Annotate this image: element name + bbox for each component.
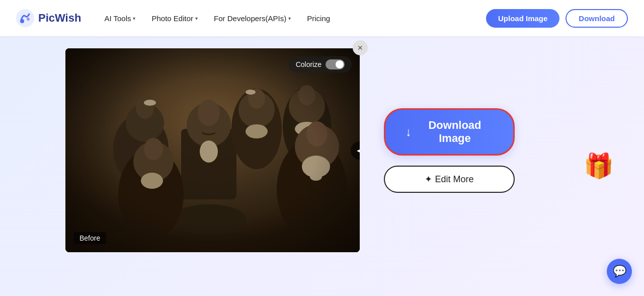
close-icon: ✕ — [357, 44, 363, 52]
nav-developers[interactable]: For Developers(APIs) ▾ — [207, 10, 298, 27]
gift-icon-area[interactable]: 🎁 — [584, 152, 614, 180]
svg-point-2 — [27, 18, 30, 21]
download-image-label: Download Image — [417, 119, 493, 145]
svg-point-1 — [20, 19, 24, 23]
logo[interactable]: PicWish — [16, 9, 81, 27]
chat-icon: 💬 — [613, 265, 626, 278]
download-image-icon: ↓ — [406, 125, 412, 139]
before-label: Before — [73, 232, 106, 244]
image-panel: ✕ — [65, 48, 360, 252]
nav-photo-editor-label: Photo Editor — [151, 14, 193, 23]
nav-developers-chevron: ▾ — [288, 16, 291, 21]
download-image-button[interactable]: ↓ Download Image — [384, 108, 515, 156]
nav-pricing-label: Pricing — [307, 14, 330, 23]
nav: AI Tools ▾ Photo Editor ▾ For Developers… — [97, 10, 486, 27]
close-button[interactable]: ✕ — [353, 40, 368, 55]
upload-image-button[interactable]: Upload Image — [486, 9, 559, 28]
header: PicWish AI Tools ▾ Photo Editor ▾ For De… — [0, 0, 644, 36]
nav-photo-editor[interactable]: Photo Editor ▾ — [144, 10, 205, 27]
nav-developers-label: For Developers(APIs) — [214, 14, 286, 23]
edit-more-button[interactable]: ✦ Edit More — [384, 166, 515, 193]
content-wrapper: ✕ — [45, 48, 599, 252]
toggle-switch[interactable] — [326, 59, 345, 69]
toggle-knob — [336, 60, 344, 68]
header-actions: Upload Image Download — [486, 9, 628, 28]
slider-icon: ◀ — [357, 145, 360, 155]
portrait-image — [65, 48, 360, 252]
nav-photo-editor-chevron: ▾ — [195, 16, 198, 21]
logo-icon — [16, 9, 34, 27]
logo-text: PicWish — [38, 12, 81, 25]
nav-ai-tools-label: AI Tools — [104, 14, 131, 23]
portrait-svg — [65, 48, 360, 252]
colorize-toggle[interactable]: Colorize — [289, 56, 352, 72]
right-panel: ↓ Download Image ✦ Edit More — [384, 108, 515, 193]
main-content: ✕ — [0, 36, 644, 296]
edit-more-label: ✦ Edit More — [425, 174, 473, 185]
svg-point-0 — [16, 9, 34, 27]
download-button[interactable]: Download — [566, 9, 628, 28]
chat-bubble[interactable]: 💬 — [607, 259, 632, 284]
nav-ai-tools[interactable]: AI Tools ▾ — [97, 10, 142, 27]
image-container: Colorize Before ◀ — [65, 48, 360, 252]
gift-icon[interactable]: 🎁 — [584, 153, 614, 179]
svg-rect-33 — [65, 48, 360, 252]
nav-ai-tools-chevron: ▾ — [133, 16, 135, 21]
colorize-label: Colorize — [296, 60, 321, 68]
nav-pricing[interactable]: Pricing — [300, 10, 337, 27]
